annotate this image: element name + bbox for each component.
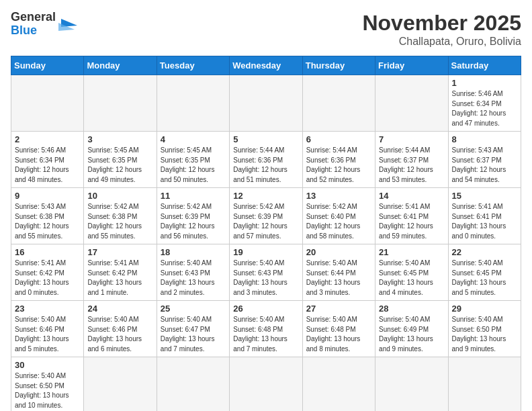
calendar-cell: 20Sunrise: 5:40 AM Sunset: 6:44 PM Dayli…: [302, 244, 375, 301]
calendar-cell: [84, 75, 157, 132]
calendar-cell: 25Sunrise: 5:40 AM Sunset: 6:47 PM Dayli…: [157, 301, 229, 357]
day-number: 18: [161, 247, 226, 257]
logo-bird-icon: [58, 12, 77, 36]
calendar-cell: 11Sunrise: 5:42 AM Sunset: 6:39 PM Dayli…: [157, 188, 229, 244]
day-info: Sunrise: 5:42 AM Sunset: 6:40 PM Dayligh…: [306, 202, 371, 241]
day-number: 13: [306, 191, 371, 201]
day-info: Sunrise: 5:40 AM Sunset: 6:46 PM Dayligh…: [15, 315, 80, 354]
day-number: 21: [379, 247, 444, 257]
day-number: 7: [379, 134, 444, 144]
calendar-cell: 29Sunrise: 5:40 AM Sunset: 6:50 PM Dayli…: [448, 301, 521, 357]
day-info: Sunrise: 5:46 AM Sunset: 6:34 PM Dayligh…: [15, 146, 80, 185]
day-number: 11: [161, 191, 226, 201]
location-subtitle: Challapata, Oruro, Bolivia: [362, 36, 521, 48]
calendar-cell: 3Sunrise: 5:45 AM Sunset: 6:35 PM Daylig…: [84, 132, 157, 188]
day-number: 14: [379, 191, 444, 201]
day-number: 20: [306, 247, 371, 257]
day-info: Sunrise: 5:40 AM Sunset: 6:43 PM Dayligh…: [233, 259, 298, 298]
calendar-cell: [375, 75, 448, 132]
weekday-header-tuesday: Tuesday: [157, 56, 229, 75]
day-info: Sunrise: 5:40 AM Sunset: 6:50 PM Dayligh…: [15, 371, 80, 410]
logo-blue-text: Blue: [11, 24, 37, 37]
title-block: November 2025 Challapata, Oruro, Bolivia: [362, 11, 521, 48]
day-number: 17: [87, 247, 152, 257]
calendar-cell: 10Sunrise: 5:42 AM Sunset: 6:38 PM Dayli…: [84, 188, 157, 244]
day-info: Sunrise: 5:42 AM Sunset: 6:39 PM Dayligh…: [233, 202, 298, 241]
weekday-header-row: SundayMondayTuesdayWednesdayThursdayFrid…: [11, 56, 521, 75]
day-number: 16: [15, 247, 80, 257]
day-number: 28: [379, 304, 444, 314]
week-row-5: 23Sunrise: 5:40 AM Sunset: 6:46 PM Dayli…: [11, 301, 521, 357]
logo: General Blue: [11, 11, 77, 38]
day-number: 4: [161, 134, 226, 144]
calendar-cell: [11, 75, 84, 132]
logo-container: General Blue: [11, 11, 77, 38]
day-info: Sunrise: 5:41 AM Sunset: 6:42 PM Dayligh…: [87, 259, 152, 298]
calendar-cell: 12Sunrise: 5:42 AM Sunset: 6:39 PM Dayli…: [230, 188, 302, 244]
calendar-cell: 24Sunrise: 5:40 AM Sunset: 6:46 PM Dayli…: [84, 301, 157, 357]
calendar-cell: [84, 357, 157, 412]
day-info: Sunrise: 5:40 AM Sunset: 6:46 PM Dayligh…: [87, 315, 152, 354]
day-number: 3: [87, 134, 152, 144]
calendar-cell: 13Sunrise: 5:42 AM Sunset: 6:40 PM Dayli…: [302, 188, 375, 244]
weekday-header-wednesday: Wednesday: [230, 56, 302, 75]
calendar-cell: 8Sunrise: 5:43 AM Sunset: 6:37 PM Daylig…: [448, 132, 521, 188]
day-info: Sunrise: 5:46 AM Sunset: 6:34 PM Dayligh…: [452, 89, 517, 128]
day-number: 26: [233, 304, 298, 314]
page-header: General Blue November 2025 Challapata, O…: [11, 11, 521, 48]
calendar-cell: 9Sunrise: 5:43 AM Sunset: 6:38 PM Daylig…: [11, 188, 84, 244]
calendar-cell: 2Sunrise: 5:46 AM Sunset: 6:34 PM Daylig…: [11, 132, 84, 188]
calendar-cell: [302, 75, 375, 132]
day-number: 25: [161, 304, 226, 314]
weekday-header-thursday: Thursday: [302, 56, 375, 75]
calendar-cell: 27Sunrise: 5:40 AM Sunset: 6:48 PM Dayli…: [302, 301, 375, 357]
calendar-cell: [448, 357, 521, 412]
day-info: Sunrise: 5:40 AM Sunset: 6:43 PM Dayligh…: [161, 259, 226, 298]
day-info: Sunrise: 5:40 AM Sunset: 6:44 PM Dayligh…: [306, 259, 371, 298]
day-info: Sunrise: 5:44 AM Sunset: 6:37 PM Dayligh…: [379, 146, 444, 185]
day-info: Sunrise: 5:40 AM Sunset: 6:45 PM Dayligh…: [452, 259, 517, 298]
day-number: 24: [87, 304, 152, 314]
calendar-cell: [302, 357, 375, 412]
calendar-cell: 28Sunrise: 5:40 AM Sunset: 6:49 PM Dayli…: [375, 301, 448, 357]
day-info: Sunrise: 5:40 AM Sunset: 6:45 PM Dayligh…: [379, 259, 444, 298]
calendar-cell: 21Sunrise: 5:40 AM Sunset: 6:45 PM Dayli…: [375, 244, 448, 301]
calendar-cell: 14Sunrise: 5:41 AM Sunset: 6:41 PM Dayli…: [375, 188, 448, 244]
day-number: 8: [452, 134, 517, 144]
day-info: Sunrise: 5:45 AM Sunset: 6:35 PM Dayligh…: [161, 146, 226, 185]
calendar-cell: 26Sunrise: 5:40 AM Sunset: 6:48 PM Dayli…: [230, 301, 302, 357]
calendar-cell: 30Sunrise: 5:40 AM Sunset: 6:50 PM Dayli…: [11, 357, 84, 412]
day-number: 9: [15, 191, 80, 201]
calendar-cell: 22Sunrise: 5:40 AM Sunset: 6:45 PM Dayli…: [448, 244, 521, 301]
calendar-cell: 15Sunrise: 5:41 AM Sunset: 6:41 PM Dayli…: [448, 188, 521, 244]
week-row-4: 16Sunrise: 5:41 AM Sunset: 6:42 PM Dayli…: [11, 244, 521, 301]
day-info: Sunrise: 5:42 AM Sunset: 6:38 PM Dayligh…: [87, 202, 152, 241]
day-number: 23: [15, 304, 80, 314]
day-info: Sunrise: 5:44 AM Sunset: 6:36 PM Dayligh…: [233, 146, 298, 185]
week-row-3: 9Sunrise: 5:43 AM Sunset: 6:38 PM Daylig…: [11, 188, 521, 244]
day-info: Sunrise: 5:40 AM Sunset: 6:48 PM Dayligh…: [233, 315, 298, 354]
calendar-cell: 6Sunrise: 5:44 AM Sunset: 6:36 PM Daylig…: [302, 132, 375, 188]
logo-general-text: General: [11, 10, 56, 24]
calendar-cell: 19Sunrise: 5:40 AM Sunset: 6:43 PM Dayli…: [230, 244, 302, 301]
day-number: 22: [452, 247, 517, 257]
calendar-cell: 7Sunrise: 5:44 AM Sunset: 6:37 PM Daylig…: [375, 132, 448, 188]
day-number: 5: [233, 134, 298, 144]
day-number: 19: [233, 247, 298, 257]
day-number: 1: [452, 78, 517, 88]
day-number: 15: [452, 191, 517, 201]
calendar-cell: [230, 75, 302, 132]
day-info: Sunrise: 5:40 AM Sunset: 6:50 PM Dayligh…: [452, 315, 517, 354]
calendar-cell: [230, 357, 302, 412]
calendar-cell: 23Sunrise: 5:40 AM Sunset: 6:46 PM Dayli…: [11, 301, 84, 357]
calendar-cell: 17Sunrise: 5:41 AM Sunset: 6:42 PM Dayli…: [84, 244, 157, 301]
calendar-cell: 4Sunrise: 5:45 AM Sunset: 6:35 PM Daylig…: [157, 132, 229, 188]
weekday-header-monday: Monday: [84, 56, 157, 75]
day-number: 2: [15, 134, 80, 144]
day-info: Sunrise: 5:43 AM Sunset: 6:38 PM Dayligh…: [15, 202, 80, 241]
day-info: Sunrise: 5:41 AM Sunset: 6:41 PM Dayligh…: [452, 202, 517, 241]
weekday-header-saturday: Saturday: [448, 56, 521, 75]
weekday-header-friday: Friday: [375, 56, 448, 75]
calendar-cell: [375, 357, 448, 412]
day-info: Sunrise: 5:42 AM Sunset: 6:39 PM Dayligh…: [161, 202, 226, 241]
